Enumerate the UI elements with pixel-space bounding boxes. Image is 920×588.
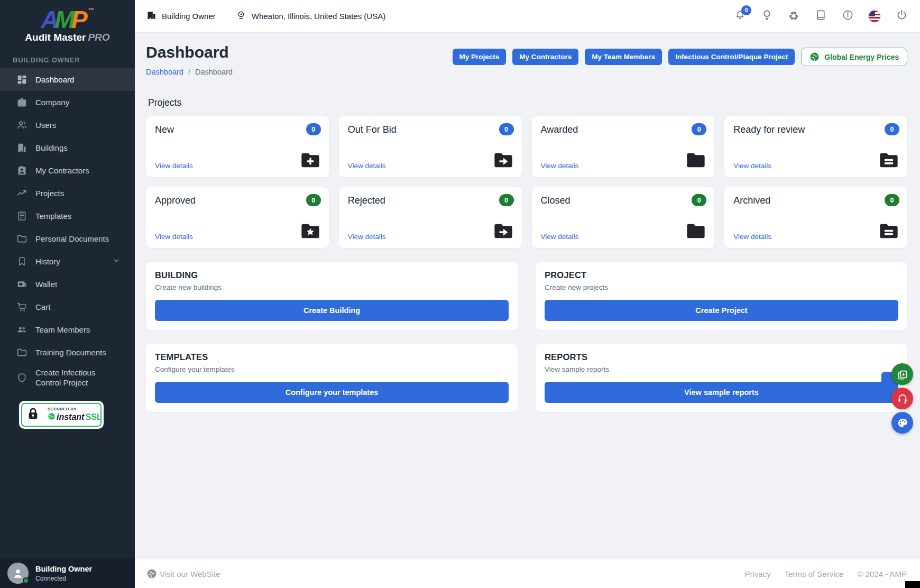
- view-details-link[interactable]: View details: [733, 162, 771, 170]
- sidebar-item-users[interactable]: Users: [0, 114, 135, 136]
- chevron-down-icon: [113, 257, 120, 266]
- sidebar-item-label: Wallet: [35, 280, 57, 289]
- add-pages-button[interactable]: [891, 363, 913, 385]
- instantssl-badge[interactable]: SECURED BY instantSSL: [19, 401, 104, 429]
- team-members-icon: [16, 324, 27, 335]
- view-details-link[interactable]: View details: [155, 162, 193, 170]
- sidebar-item-projects[interactable]: Projects: [0, 182, 135, 205]
- create-building-button[interactable]: Create Building: [155, 300, 509, 321]
- my-projects-button[interactable]: My Projects: [453, 49, 507, 65]
- location-selector[interactable]: Wheaton, Illinois, United States (USA): [236, 10, 385, 23]
- card-ready-for-review: Ready for review 0 View details: [724, 116, 907, 177]
- view-details-link[interactable]: View details: [348, 162, 386, 170]
- sidebar-item-buildings[interactable]: Buildings: [0, 136, 135, 159]
- card-awarded: Awarded 0 View details: [532, 116, 715, 177]
- card-out-for-bid: Out For Bid 0 View details: [339, 116, 522, 177]
- reports-action-card: REPORTS View sample reports View sample …: [536, 344, 907, 412]
- page-footer: Visit our WebSite Privacy Terms of Servi…: [135, 559, 920, 588]
- sidebar-item-training-documents[interactable]: Training Documents: [0, 341, 135, 364]
- count-badge: 0: [499, 194, 514, 206]
- tips-button[interactable]: [760, 10, 774, 23]
- info-icon: [842, 9, 854, 23]
- logo-letter-m: M: [55, 6, 71, 33]
- sidebar-item-team-members[interactable]: Team Members: [0, 318, 135, 341]
- view-details-link[interactable]: View details: [541, 233, 579, 241]
- action-card-subtitle: View sample reports: [545, 365, 898, 373]
- sidebar-item-label: History: [35, 257, 60, 266]
- user-name: Building Owner: [35, 565, 92, 573]
- building-icon: [146, 10, 157, 22]
- terms-of-service-link[interactable]: Terms of Service: [785, 569, 844, 578]
- folder-lines-icon: [878, 221, 899, 242]
- global-energy-prices-button[interactable]: Global Energy Prices: [801, 48, 907, 66]
- sidebar-user-card[interactable]: Building Owner Connected: [0, 558, 135, 588]
- sidebar-item-company[interactable]: Company: [0, 91, 135, 114]
- trademark: ™: [88, 7, 94, 13]
- sidebar-item-label: Dashboard: [35, 75, 74, 84]
- create-project-button[interactable]: Create Project: [545, 300, 898, 321]
- user-status: Connected: [35, 575, 92, 582]
- count-badge: 0: [306, 194, 321, 206]
- sidebar-item-dashboard[interactable]: Dashboard: [0, 68, 135, 91]
- theme-button[interactable]: [891, 412, 913, 434]
- configure-templates-button[interactable]: Configure your templates: [155, 382, 509, 403]
- notifications-button[interactable]: 0: [733, 10, 747, 23]
- sidebar-item-wallet[interactable]: Wallet: [0, 273, 135, 296]
- power-icon: [896, 9, 908, 23]
- info-button[interactable]: [841, 10, 854, 23]
- card-title: Archived: [733, 195, 898, 206]
- topbar: Building Owner Wheaton, Illinois, United…: [135, 0, 920, 33]
- sidebar-item-history[interactable]: History: [0, 250, 135, 273]
- view-sample-reports-button[interactable]: View sample reports: [545, 382, 898, 403]
- sidebar-item-create-infectious-control-project[interactable]: Create Infectious Control Project: [0, 364, 135, 392]
- breadcrumb: Dashboard / Dashboard: [146, 68, 233, 76]
- card-rejected: Rejected 0 View details: [339, 187, 522, 248]
- location-pin-icon: [236, 10, 246, 23]
- online-status-dot: [23, 577, 29, 584]
- sidebar-item-cart[interactable]: Cart: [0, 296, 135, 318]
- support-button[interactable]: [891, 388, 913, 409]
- sidebar-item-label: Users: [35, 121, 56, 130]
- recycle-button[interactable]: ♻: [787, 10, 801, 23]
- view-details-link[interactable]: View details: [155, 233, 193, 241]
- sidebar-item-my-contractors[interactable]: My Contractors: [0, 159, 135, 182]
- view-details-link[interactable]: View details: [541, 162, 579, 170]
- count-badge: 0: [306, 123, 321, 135]
- action-card-heading: BUILDING: [155, 270, 509, 280]
- infectious-control-plaque-project-button[interactable]: Infectious Control/Plaque Project: [668, 49, 795, 65]
- footer-links: Privacy Terms of Service © 2024 - AMP: [745, 569, 907, 578]
- briefcase-icon: [16, 97, 27, 108]
- view-details-link[interactable]: View details: [733, 233, 771, 241]
- language-button[interactable]: [868, 10, 881, 23]
- notification-count-badge: 0: [741, 5, 751, 15]
- brand-logo[interactable]: AMP™ Audit MasterPRO: [0, 0, 135, 47]
- header-buttons: My Projects My Contractors My Team Membe…: [453, 48, 907, 66]
- my-team-members-button[interactable]: My Team Members: [585, 49, 662, 65]
- action-card-subtitle: Create new projects: [545, 283, 898, 291]
- sidebar-item-label: Create Infectious Control Project: [35, 368, 120, 388]
- sidebar-item-label: Training Documents: [35, 348, 106, 357]
- location-label: Wheaton, Illinois, United States (USA): [252, 12, 385, 21]
- role-selector[interactable]: Building Owner: [146, 10, 216, 22]
- sidebar-item-label: Team Members: [35, 325, 90, 334]
- sidebar-item-templates[interactable]: Templates: [0, 205, 135, 227]
- bookmark-icon: [16, 256, 27, 267]
- breadcrumb-link[interactable]: Dashboard: [146, 68, 183, 76]
- card-archived: Archived 0 View details: [724, 187, 907, 248]
- sidebar-item-label: Company: [35, 98, 69, 107]
- view-details-link[interactable]: View details: [348, 233, 386, 241]
- ssl-brand-ssl: SSL: [85, 413, 102, 421]
- logout-button[interactable]: [895, 10, 908, 23]
- documentation-button[interactable]: [814, 10, 827, 23]
- ssl-secured-by-label: SECURED BY: [48, 407, 102, 411]
- privacy-link[interactable]: Privacy: [745, 569, 771, 578]
- my-contractors-button[interactable]: My Contractors: [512, 49, 578, 65]
- sidebar-item-personal-documents[interactable]: Personal Documents: [0, 227, 135, 250]
- sidebar-item-label: Templates: [35, 212, 71, 221]
- page-title: Dashboard: [146, 43, 233, 61]
- contractor-badge-icon: [16, 165, 27, 176]
- folder-arrow-icon: [493, 221, 514, 242]
- card-title: Approved: [155, 195, 320, 206]
- visit-website-link[interactable]: Visit our WebSite: [146, 568, 220, 579]
- divider: [146, 88, 907, 88]
